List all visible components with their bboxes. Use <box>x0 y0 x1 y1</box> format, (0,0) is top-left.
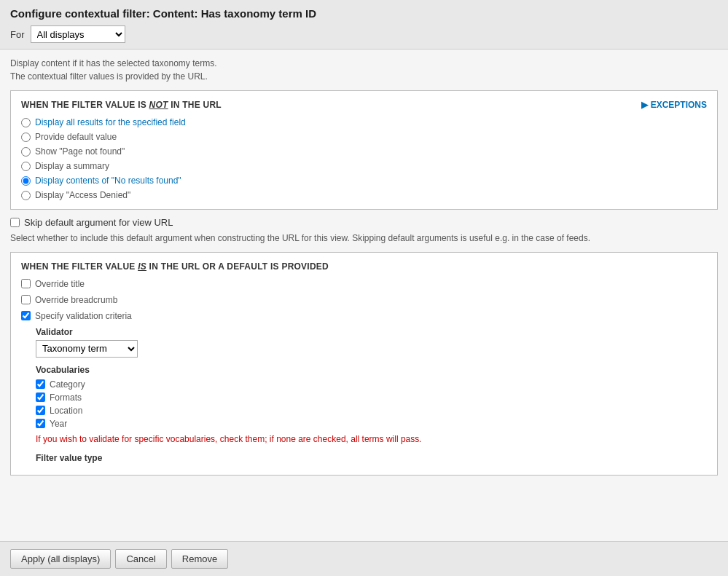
radio-label-5[interactable]: Display contents of "No results found" <box>35 175 181 186</box>
specify-validation-row: Specify validation criteria <box>21 311 707 321</box>
modal-body-outer: Display content if it has the selected t… <box>0 50 728 541</box>
vocab-year-label[interactable]: Year <box>50 419 67 429</box>
vocab-note: If you wish to validate for specific voc… <box>36 433 707 446</box>
vocab-year-checkbox[interactable] <box>36 419 45 428</box>
modal-wrapper: Configure contextual filter: Content: Ha… <box>0 0 728 576</box>
radio-label-4[interactable]: Display a summary <box>35 161 109 171</box>
vocab-formats-checkbox[interactable] <box>36 392 45 402</box>
cancel-button[interactable]: Cancel <box>115 549 166 569</box>
exceptions-link[interactable]: ▶ EXCEPTIONS <box>641 100 707 110</box>
override-title-label[interactable]: Override title <box>35 279 85 289</box>
vocab-formats-row: Formats <box>36 392 707 403</box>
radio-item-5: Display contents of "No results found" <box>21 175 707 186</box>
radio-opt5[interactable] <box>21 176 31 186</box>
not-in-url-section: WHEN THE FILTER VALUE IS NOT IN THE URL … <box>10 90 718 210</box>
vocabularies-label: Vocabularies <box>36 365 707 375</box>
skip-description: Select whether to include this default a… <box>10 232 590 245</box>
modal-body: Display content if it has the selected t… <box>0 50 728 541</box>
override-title-row: Override title <box>21 279 707 289</box>
radio-item-2: Provide default value <box>21 132 707 142</box>
title-part1: WHEN THE FILTER VALUE IS <box>21 100 149 110</box>
title-part2: IN THE URL <box>168 100 222 110</box>
validator-section: Validator Taxonomy term None Numeric PHP… <box>36 327 707 463</box>
vocab-category-checkbox[interactable] <box>36 379 45 389</box>
vocab-location-checkbox[interactable] <box>36 406 45 415</box>
apply-button[interactable]: Apply (all displays) <box>10 549 111 569</box>
radio-label-3[interactable]: Show "Page not found" <box>35 146 125 157</box>
vocab-category-row: Category <box>36 379 707 390</box>
in-url-title-italic: IS <box>138 261 146 272</box>
description-line1: Display content if it has the selected t… <box>10 57 718 70</box>
radio-opt4[interactable] <box>21 162 31 171</box>
modal-header: Configure contextual filter: Content: Ha… <box>0 0 728 50</box>
for-label: For <box>10 29 25 40</box>
in-url-section: WHEN THE FILTER VALUE IS IN THE URL OR A… <box>10 252 718 476</box>
for-select[interactable]: All displays Page Block Feed <box>31 25 125 43</box>
description-line2: The contextual filter values is provided… <box>10 70 718 83</box>
vocab-category-label[interactable]: Category <box>50 379 85 390</box>
spacer <box>10 483 718 497</box>
validator-label: Validator <box>36 327 707 337</box>
validator-select[interactable]: Taxonomy term None Numeric PHP Code Stri… <box>36 340 138 358</box>
radio-item-3: Show "Page not found" <box>21 146 707 157</box>
not-in-url-title: WHEN THE FILTER VALUE IS NOT IN THE URL <box>21 100 222 110</box>
vocab-location-row: Location <box>36 406 707 416</box>
radio-label-2[interactable]: Provide default value <box>35 132 117 142</box>
radio-opt1[interactable] <box>21 118 31 127</box>
description: Display content if it has the selected t… <box>10 57 718 83</box>
vocab-location-label[interactable]: Location <box>50 406 82 416</box>
for-row: For All displays Page Block Feed <box>10 25 718 43</box>
specify-validation-checkbox[interactable] <box>21 311 31 320</box>
radio-item-4: Display a summary <box>21 161 707 171</box>
specify-validation-label[interactable]: Specify validation criteria <box>35 311 132 321</box>
radio-opt3[interactable] <box>21 147 31 157</box>
filter-value-type-label: Filter value type <box>36 453 707 463</box>
vocab-year-row: Year <box>36 419 707 429</box>
radio-label-6[interactable]: Display "Access Denied" <box>35 190 130 200</box>
radio-item-6: Display "Access Denied" <box>21 190 707 200</box>
vocab-formats-label[interactable]: Formats <box>50 392 82 403</box>
override-breadcrumb-checkbox[interactable] <box>21 295 31 304</box>
section-header-row: WHEN THE FILTER VALUE IS NOT IN THE URL … <box>21 100 707 117</box>
title-italic: NOT <box>149 100 168 110</box>
radio-opt6[interactable] <box>21 191 31 200</box>
in-url-title-part1: WHEN THE FILTER VALUE <box>21 261 138 272</box>
skip-section: Skip default argument for view URL Selec… <box>10 217 718 245</box>
override-breadcrumb-row: Override breadcrumb <box>21 295 707 305</box>
radio-group: Display all results for the specified fi… <box>21 117 707 200</box>
remove-button[interactable]: Remove <box>171 549 228 569</box>
override-title-checkbox[interactable] <box>21 279 31 288</box>
override-breadcrumb-label[interactable]: Override breadcrumb <box>35 295 117 305</box>
radio-item-1: Display all results for the specified fi… <box>21 117 707 127</box>
in-url-title-part2: IN THE URL OR A DEFAULT IS PROVIDED <box>146 261 329 272</box>
modal-footer: Apply (all displays) Cancel Remove <box>0 541 728 576</box>
radio-opt2[interactable] <box>21 133 31 142</box>
skip-checkbox[interactable] <box>10 218 20 227</box>
skip-check-row: Skip default argument for view URL <box>10 217 173 228</box>
modal-title: Configure contextual filter: Content: Ha… <box>10 7 718 20</box>
skip-label[interactable]: Skip default argument for view URL <box>24 217 173 228</box>
in-url-title: WHEN THE FILTER VALUE IS IN THE URL OR A… <box>21 261 707 272</box>
radio-label-1[interactable]: Display all results for the specified fi… <box>35 117 186 127</box>
